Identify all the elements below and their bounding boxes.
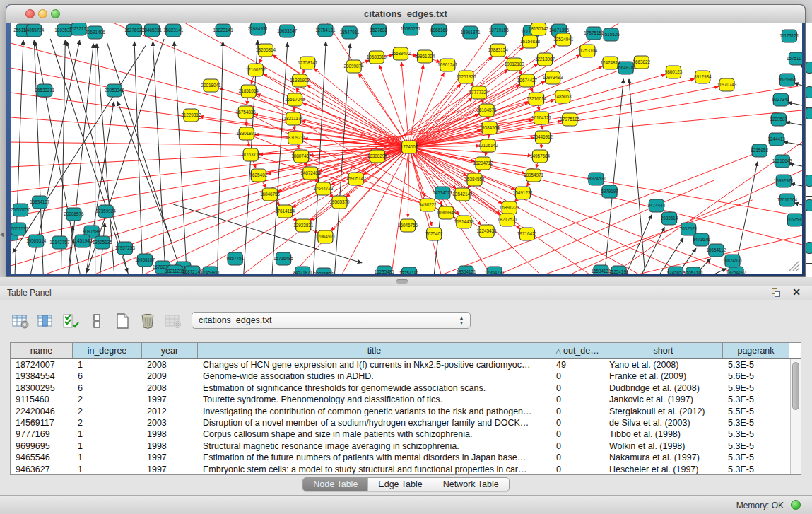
column-header-pagerank[interactable]: pagerank — [723, 343, 789, 358]
network-node[interactable]: 15051531 — [11, 223, 29, 235]
new-document-icon[interactable] — [112, 312, 133, 330]
network-node[interactable]: 11253104 — [578, 45, 598, 57]
network-node[interactable]: 16164121 — [531, 112, 552, 124]
network-node[interactable]: 13254181 — [399, 267, 420, 274]
network-node[interactable]: 18217521 — [498, 214, 518, 226]
network-node[interactable]: 8471676 — [693, 233, 710, 246]
network-node[interactable]: 9474444 — [648, 199, 666, 212]
network-node[interactable]: 7625402 — [250, 169, 268, 182]
network-node[interactable]: 10674427 — [517, 74, 538, 87]
network-node[interactable]: 16961241 — [437, 59, 458, 71]
network-node[interactable]: 15716485 — [273, 252, 294, 265]
network-node[interactable]: 10824531 — [722, 255, 743, 267]
network-node[interactable]: 7625402 — [425, 228, 443, 240]
scrollbar-thumb[interactable] — [792, 362, 799, 410]
network-node[interactable]: 12923831 — [293, 219, 314, 232]
network-node[interactable]: 12459811 — [201, 267, 220, 274]
network-node[interactable]: 11451942 — [73, 235, 93, 247]
network-node[interactable]: 11970743 — [717, 78, 737, 91]
network-node[interactable]: 10653247 — [277, 25, 298, 37]
network-node[interactable]: 6979197 — [601, 185, 618, 198]
network-node[interactable]: 17644723 — [313, 182, 334, 195]
network-node[interactable]: 14957584 — [530, 150, 551, 163]
table-selector-dropdown[interactable]: citations_edges.txt ▲▼ — [192, 312, 471, 329]
column-header-out_de[interactable]: △out_de… — [551, 343, 604, 358]
network-node[interactable]: 22084931 — [248, 23, 269, 35]
network-node[interactable]: 18200814 — [256, 44, 276, 57]
network-node[interactable]: 12106142 — [478, 139, 499, 152]
network-node[interactable]: 9227343 — [772, 93, 790, 106]
network-node[interactable]: 6966160 — [430, 24, 448, 37]
network-node[interactable]: 21229312 — [181, 109, 201, 122]
network-node[interactable]: 18204712 — [473, 157, 494, 170]
table-row[interactable]: 1938455462009Genome-wide association stu… — [11, 370, 801, 382]
network-node[interactable]: 16104571 — [477, 104, 498, 117]
network-node[interactable]: 15992971 — [774, 175, 794, 187]
network-node[interactable]: 17575151 — [584, 27, 604, 40]
network-node[interactable]: 17883154 — [488, 44, 509, 57]
network-node[interactable]: 12758147 — [298, 57, 318, 69]
network-node[interactable]: 14521871 — [293, 267, 313, 274]
network-node[interactable]: 20018041 — [201, 79, 221, 92]
network-node[interactable]: 9245052 — [667, 267, 685, 274]
network-node[interactable]: 13254192 — [726, 267, 746, 274]
network-node[interactable]: 9857791 — [226, 252, 244, 265]
network-node[interactable]: 13542147 — [452, 188, 473, 201]
network-node[interactable]: 16517049 — [285, 93, 305, 106]
network-node[interactable]: 10719155 — [489, 24, 510, 37]
table-select-icon[interactable] — [61, 312, 82, 330]
network-node[interactable]: 12142757 — [49, 236, 70, 249]
network-node[interactable]: 15585231 — [401, 23, 421, 35]
network-node[interactable]: 19861204 — [415, 50, 435, 63]
network-node[interactable]: 1167531 — [787, 214, 802, 226]
network-node[interactable]: 11254191 — [609, 266, 629, 274]
network-node[interactable]: 17777324 — [469, 86, 489, 99]
network-node[interactable]: 12754131 — [315, 24, 336, 37]
column-header-short[interactable]: short — [604, 343, 723, 358]
network-node[interactable]: 11173121 — [779, 30, 799, 42]
network-node[interactable]: 16891221 — [500, 201, 520, 214]
network-node[interactable]: 2933514 — [661, 212, 678, 225]
column-header-year[interactable]: year — [142, 343, 198, 358]
tab-network-table[interactable]: Network Table — [433, 478, 509, 491]
network-node[interactable]: 1724007 — [401, 141, 418, 153]
network-node[interactable]: 16210643 — [772, 155, 793, 168]
table-row[interactable]: 946362711997Embryonic stem cells: a mode… — [11, 464, 801, 475]
network-node[interactable]: 20053346 — [105, 84, 125, 97]
network-node[interactable]: 11381902 — [290, 74, 310, 87]
network-node[interactable]: 10241531 — [314, 268, 334, 274]
close-panel-icon[interactable]: ✕ — [792, 286, 801, 298]
network-node[interactable]: 14872403 — [300, 167, 321, 180]
network-node[interactable]: 20206576 — [64, 208, 84, 221]
network-node[interactable]: 1527602 — [370, 24, 387, 37]
rows-icon[interactable] — [86, 312, 107, 330]
column-header-title[interactable]: title — [198, 343, 551, 358]
network-node[interactable]: 15823141 — [163, 24, 184, 37]
network-node[interactable]: 20099874 — [344, 60, 365, 73]
tab-edge-table[interactable]: Edge Table — [368, 478, 433, 491]
network-node[interactable]: 19012103 — [505, 58, 525, 71]
network-node[interactable]: 12354191 — [485, 267, 505, 274]
network-node[interactable]: 17016504 — [777, 194, 798, 206]
network-node[interactable]: 14055724 — [24, 24, 45, 37]
canvas-resize-grip[interactable] — [789, 261, 799, 271]
network-node[interactable]: 20691406 — [86, 26, 106, 39]
network-node[interactable]: 12245431 — [477, 225, 498, 238]
network-node[interactable]: 17359924 — [96, 205, 117, 218]
network-node[interactable]: 10588310 — [367, 51, 387, 64]
table-columns-icon[interactable] — [35, 312, 57, 330]
delete-icon[interactable] — [137, 312, 158, 330]
network-node[interactable]: 16046756 — [260, 188, 281, 201]
network-node[interactable]: 19384554 — [480, 122, 500, 134]
column-header-name[interactable]: name — [11, 343, 73, 358]
table-row[interactable]: 1830029562008Estimation of significance … — [11, 382, 801, 394]
table-row[interactable]: 946554611997Estimation of the future num… — [11, 452, 801, 463]
network-node[interactable]: 16235481 — [375, 266, 395, 274]
table-row[interactable]: 977716911998Corpus callosum shape and si… — [11, 428, 801, 440]
network-node[interactable]: 9498222 — [419, 199, 437, 211]
network-node[interactable]: 16914479 — [454, 216, 474, 228]
network-node[interactable]: 15689472 — [391, 47, 411, 60]
network-node[interactable]: 19505314 — [26, 235, 47, 247]
network-window-titlebar[interactable]: citations_edges.txt — [6, 5, 805, 23]
table-row[interactable]: 1456911722003Disruption of a novel membe… — [11, 417, 801, 428]
